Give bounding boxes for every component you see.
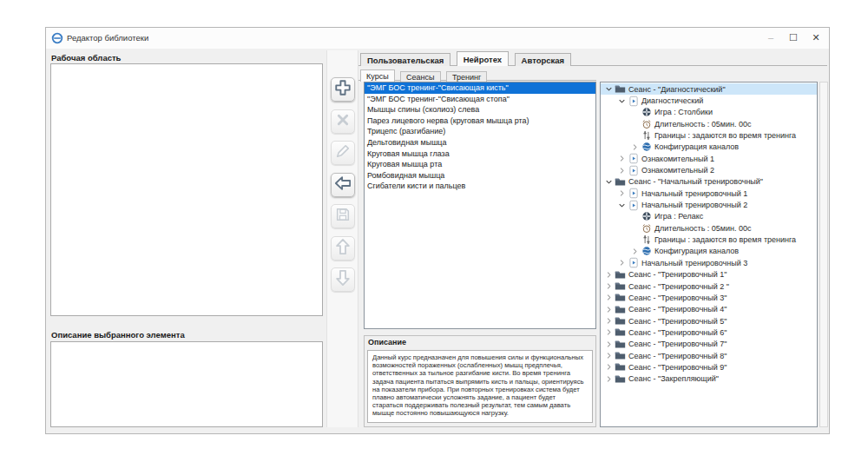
tree-row-label: Начальный тренировочный 2 (641, 201, 747, 209)
tree-row[interactable]: Сеанс - "Тренировочный 7" (601, 339, 817, 350)
chevron-down-icon[interactable] (617, 201, 627, 209)
course-list[interactable]: "ЭМГ БОС тренинг-"Свисающая кисть""ЭМГ Б… (364, 82, 596, 329)
chevron-right-icon[interactable] (604, 317, 614, 325)
tree-row[interactable]: Сеанс - "Тренировочный 6" (601, 327, 817, 338)
plus-icon (332, 77, 353, 102)
tree-row[interactable]: Сеанс - "Тренировочный 2 " (601, 280, 817, 292)
tree-row[interactable]: Сеанс - "Тренировочный 4" (601, 304, 817, 315)
tree-row[interactable]: Начальный тренировочный 1 (601, 188, 817, 199)
tree-row-label: Сеанс - "Тренировочный 6" (628, 328, 727, 337)
course-list-item[interactable]: Ромбовидная мышца (365, 170, 595, 182)
working-area-list[interactable] (50, 63, 323, 316)
chevron-right-icon[interactable] (604, 271, 614, 279)
chevron-right-icon[interactable] (604, 352, 614, 360)
copy-left-button[interactable] (331, 173, 355, 197)
course-list-item[interactable]: Сгибатели кисти и пальцев (365, 181, 595, 192)
clock-icon (640, 119, 653, 129)
tree-row-label: Игра : Столбики (654, 108, 713, 116)
course-list-item[interactable]: Круговая мышца рта (365, 159, 595, 170)
tab-neurotech[interactable]: Нейротех (457, 51, 509, 66)
course-list-item[interactable]: Дельтовидная мышца (365, 137, 595, 148)
tree-row[interactable]: Игра : Столбики (601, 107, 817, 118)
chevron-right-icon[interactable] (617, 155, 627, 162)
tree-row[interactable]: Длительность : 05мин. 00с (601, 118, 817, 129)
tab-author[interactable]: Авторская (515, 53, 572, 66)
working-area-label: Рабочая область (51, 53, 121, 63)
chevron-down-icon[interactable] (604, 85, 614, 93)
tree-row[interactable]: Конфигурация каналов (601, 246, 817, 257)
tree-row-label: Сеанс - "Тренировочный 3" (628, 294, 727, 302)
tree-row[interactable]: Диагностический (601, 95, 817, 106)
title-bar[interactable]: Редактор библиотеки – ☐ ✕ (46, 28, 829, 49)
course-list-item[interactable]: "ЭМГ БОС тренинг-"Свисающая кисть" (365, 82, 595, 94)
tree-row[interactable]: Сеанс - "Начальный тренировочный" (601, 176, 817, 188)
chevron-right-icon[interactable] (604, 328, 614, 336)
tab-courses[interactable]: Курсы (360, 69, 395, 82)
tab-user[interactable]: Пользовательская (360, 53, 450, 66)
tree-row[interactable]: Ознакомительный 2 (601, 164, 817, 175)
chevron-right-icon[interactable] (617, 189, 627, 197)
chevron-right-icon[interactable] (617, 259, 627, 267)
save-button (331, 204, 355, 228)
toolbar (326, 50, 358, 427)
tree-row[interactable]: Игра : Релакс (601, 211, 817, 222)
tree-row-label: Сеанс - "Диагностический" (628, 85, 726, 94)
folder-icon (614, 350, 627, 361)
chevron-right-icon[interactable] (604, 282, 614, 290)
folder-icon (614, 304, 627, 315)
close-button[interactable]: ✕ (805, 28, 827, 49)
chevron-right-icon[interactable] (604, 340, 614, 348)
selected-element-description-box[interactable] (50, 341, 323, 427)
bounds-icon (640, 130, 653, 141)
course-list-item[interactable]: Мышцы спины (сколиоз) слева (365, 104, 595, 116)
tree-row[interactable]: Начальный тренировочный 2 (601, 199, 817, 210)
add-button[interactable] (331, 77, 355, 102)
chevron-down-icon[interactable] (617, 97, 627, 105)
chevron-right-icon[interactable] (630, 143, 640, 151)
chevron-down-icon[interactable] (604, 178, 614, 186)
tree-row[interactable]: Сеанс - "Тренировочный 9" (601, 361, 817, 373)
chevron-right-icon[interactable] (630, 248, 640, 255)
tree-row[interactable]: Сеанс - "Диагностический" (601, 83, 817, 95)
course-list-item[interactable]: Круговая мышца глаза (365, 148, 595, 160)
course-list-item[interactable]: Трицепс (разгибание) (365, 126, 595, 137)
chevron-right-icon[interactable] (604, 363, 614, 371)
tree-row[interactable]: Сеанс - "Тренировочный 5" (601, 315, 817, 327)
tree-row[interactable]: Сеанс - "Тренировочный 8" (601, 350, 817, 361)
course-list-item[interactable]: Парез лицевого нерва (круговая мышца рта… (365, 116, 595, 127)
tree-row[interactable]: Ознакомительный 1 (601, 153, 817, 164)
tree-row[interactable]: Длительность : 05мин. 00с (601, 222, 817, 234)
tree-row[interactable]: Сеанс - "Тренировочный 1" (601, 269, 817, 280)
tree-row[interactable]: Сеанс - "Тренировочный 3" (601, 292, 817, 303)
course-list-item[interactable]: "ЭМГ БОС тренинг-"Свисающая стопа" (365, 94, 595, 105)
tree-row[interactable]: Сеанс - "Закрепляющий" (601, 373, 817, 385)
arrow-up-icon (332, 236, 353, 261)
window-controls: – ☐ ✕ (760, 28, 827, 49)
session-tree[interactable]: Сеанс - "Диагностический"Диагностический… (600, 82, 818, 427)
chevron-right-icon[interactable] (617, 167, 627, 175)
game-icon (640, 107, 653, 117)
chevron-right-icon[interactable] (604, 294, 614, 301)
tree-row-label: Начальный тренировочный 1 (641, 189, 747, 198)
tree-scrollbar[interactable] (819, 82, 828, 427)
window-title: Редактор библиотеки (67, 28, 148, 49)
session-icon (627, 257, 640, 268)
tree-row-label: Начальный тренировочный 3 (641, 259, 747, 267)
tree-row-label: Ознакомительный 2 (641, 166, 714, 175)
pencil-icon (333, 142, 352, 164)
folder-icon (614, 327, 627, 338)
tree-row[interactable]: Конфигурация каналов (601, 142, 817, 153)
chevron-right-icon[interactable] (604, 375, 614, 383)
selected-element-description-label: Описание выбранного элемента (51, 330, 185, 340)
tree-row[interactable]: Границы : задаются во время тренинга (601, 129, 817, 141)
tree-row[interactable]: Границы : задаются во время тренинга (601, 234, 817, 245)
tree-row[interactable]: Начальный тренировочный 3 (601, 257, 817, 268)
tree-row-label: Сеанс - "Тренировочный 7" (628, 340, 727, 348)
tree-row-label: Сеанс - "Начальный тренировочный" (628, 177, 763, 186)
minimize-button[interactable]: – (760, 28, 782, 49)
tree-row-label: Сеанс - "Закрепляющий" (628, 374, 719, 383)
library-tabs: Пользовательская Нейротех Авторская (358, 50, 827, 66)
description-panel: Описание Данный курс предназначен для по… (364, 335, 596, 427)
chevron-right-icon[interactable] (604, 306, 614, 314)
maximize-button[interactable]: ☐ (782, 28, 805, 49)
